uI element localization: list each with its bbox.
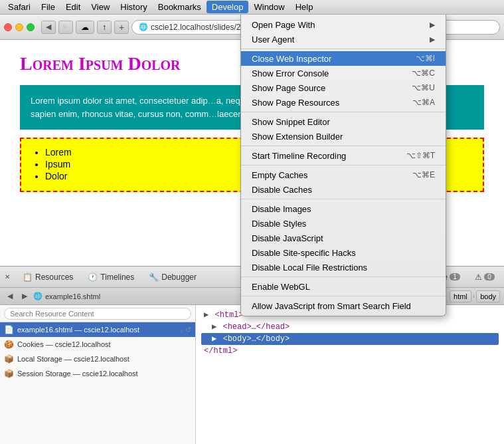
html-tag-2: <body>	[222, 334, 251, 344]
html-closing-tag-2: </body>	[256, 334, 290, 344]
forward-button[interactable]: ▶	[58, 21, 73, 34]
menu-help[interactable]: Help	[290, 1, 319, 13]
share-button[interactable]: ↑	[97, 21, 112, 34]
menu-item-10[interactable]: Disable Caches	[241, 182, 446, 197]
menu-item-3[interactable]: Show Error Console⌥⌘C	[241, 66, 446, 80]
menu-item-15[interactable]: Disable Local File Restrictions	[241, 260, 446, 275]
menu-item-5[interactable]: Show Page Resources⌥⌘A	[241, 95, 446, 110]
menu-item-6[interactable]: Show Snippet Editor	[241, 114, 446, 129]
menu-separator-16	[241, 296, 446, 296]
tab-debugger[interactable]: 🔧 Debugger	[142, 270, 203, 284]
menu-item-label-12: Disable Styles	[252, 219, 435, 229]
menu-item-0[interactable]: Open Page With▶	[241, 17, 446, 32]
minimize-button[interactable]	[15, 23, 23, 31]
breadcrumb: 🌳 html › body	[438, 290, 500, 302]
html-line-2[interactable]: ▶ <body>…</body>	[201, 333, 499, 345]
resource-icon-0: 📄	[4, 325, 14, 334]
tab-debugger-label: Debugger	[161, 273, 197, 282]
menu-item-12[interactable]: Disable Styles	[241, 216, 446, 231]
resource-icon-2: 📦	[4, 354, 14, 364]
menu-item-14[interactable]: Disable Site-specific Hacks	[241, 245, 446, 260]
tab-timelines[interactable]: 🕐 Timelines	[81, 270, 141, 284]
resource-icon-1: 🍪	[4, 340, 14, 349]
menu-window[interactable]: Window	[248, 1, 290, 13]
breadcrumb-body[interactable]: body	[476, 290, 500, 302]
resource-list: 📄 example16.shtml — cscie12.localhost ↓ …	[0, 322, 195, 444]
menu-develop[interactable]: Develop	[207, 1, 249, 13]
menu-item-16[interactable]: Enable WebGL	[241, 279, 446, 294]
menu-arrow-icon-1: ▶	[430, 35, 435, 44]
resources-icon: 📋	[23, 273, 33, 282]
menu-item-1[interactable]: User Agent▶	[241, 32, 446, 47]
devtools-close-button[interactable]: ✕	[3, 273, 12, 282]
menu-edit[interactable]: Edit	[60, 1, 86, 13]
resource-name-1: Cookies — cscie12.localhost	[17, 340, 191, 348]
menu-item-9[interactable]: Empty Caches⌥⌘E	[241, 167, 446, 182]
menu-item-17[interactable]: Allow JavaScript from Smart Search Field	[241, 298, 446, 313]
close-button[interactable]	[4, 23, 12, 31]
timelines-icon: 🕐	[88, 273, 98, 282]
triangle-icon-1[interactable]: ▶	[212, 322, 216, 332]
menu-item-label-8: Start Timeline Recording	[252, 151, 400, 161]
resource-name-0: example16.shtml — cscie12.localhost	[17, 326, 177, 334]
menu-item-label-14: Disable Site-specific Hacks	[252, 248, 435, 258]
tab-resources-label: Resources	[35, 273, 73, 282]
menu-separator-8	[241, 165, 446, 166]
devtools-back-button[interactable]: ◀	[4, 290, 16, 302]
reading-list-button[interactable]: ☁	[76, 21, 94, 34]
resource-actions-0: ↓ ↺	[180, 326, 192, 334]
menu-file[interactable]: File	[36, 1, 60, 13]
console-badge: 1	[450, 273, 460, 280]
resource-item-2[interactable]: 📦 Local Storage — cscie12.localhost	[0, 352, 195, 366]
resource-item-3[interactable]: 📦 Session Storage — cscie12.localhost	[0, 366, 195, 381]
html-tag-1: <head>	[222, 322, 251, 332]
menu-shortcut-3: ⌥⌘C	[412, 68, 435, 78]
menu-item-label-17: Allow JavaScript from Smart Search Field	[252, 301, 435, 311]
back-button[interactable]: ◀	[41, 21, 56, 34]
html-line-1[interactable]: ▶ <head>…</head>	[201, 321, 499, 333]
errors-badge: 0	[484, 273, 495, 280]
menu-item-8[interactable]: Start Timeline Recording⌥⇧⌘T	[241, 148, 446, 163]
menu-item-label-13: Disable JavaScript	[252, 233, 435, 243]
resource-icon-3: 📦	[4, 369, 14, 378]
menu-item-label-7: Show Extension Builder	[252, 132, 435, 142]
search-input[interactable]	[4, 308, 191, 320]
menu-item-label-3: Show Error Console	[252, 68, 405, 78]
menu-item-label-5: Show Page Resources	[252, 98, 406, 108]
download-icon[interactable]: ↓	[180, 326, 184, 334]
triangle-icon-2[interactable]: ▶	[212, 334, 216, 344]
menu-item-13[interactable]: Disable JavaScript	[241, 231, 446, 245]
menu-view[interactable]: View	[86, 1, 115, 13]
new-tab-button[interactable]: +	[114, 21, 129, 34]
menu-item-11[interactable]: Disable Images	[241, 201, 446, 216]
menu-separator-5	[241, 112, 446, 112]
resource-item-1[interactable]: 🍪 Cookies — cscie12.localhost	[0, 337, 195, 352]
menu-safari[interactable]: Safari	[3, 1, 36, 13]
tab-errors[interactable]: ⚠ 0	[468, 270, 501, 284]
menu-item-label-1: User Agent	[252, 35, 430, 45]
url-icon: 🌐	[139, 23, 148, 31]
html-line-3[interactable]: </html>	[201, 345, 499, 357]
menu-arrow-icon-0: ▶	[430, 21, 435, 29]
menu-separator-7	[241, 146, 446, 146]
html-tag-3: </html>	[204, 346, 237, 356]
devtools-globe-icon: 🌐	[33, 292, 42, 300]
menu-bookmarks[interactable]: Bookmarks	[153, 1, 207, 13]
html-ellipsis-2: …	[252, 334, 256, 344]
menu-item-4[interactable]: Show Page Source⌥⌘U	[241, 80, 446, 95]
menubar: Safari File Edit View History Bookmarks …	[0, 0, 504, 15]
resource-item-0[interactable]: 📄 example16.shtml — cscie12.localhost ↓ …	[0, 322, 195, 337]
triangle-icon-0[interactable]: ▶	[204, 310, 209, 320]
breadcrumb-html[interactable]: html	[450, 290, 471, 302]
menu-item-2[interactable]: Close Web Inspector⌥⌘I	[241, 51, 446, 66]
menu-item-7[interactable]: Show Extension Builder	[241, 129, 446, 144]
menu-item-label-2: Close Web Inspector	[252, 54, 409, 64]
maximize-button[interactable]	[27, 23, 35, 31]
devtools-body: 📄 example16.shtml — cscie12.localhost ↓ …	[0, 305, 504, 444]
menu-item-label-16: Enable WebGL	[252, 282, 435, 292]
tab-resources[interactable]: 📋 Resources	[16, 270, 80, 284]
menu-item-label-9: Empty Caches	[252, 170, 406, 180]
devtools-forward-button[interactable]: ▶	[19, 290, 31, 302]
menu-history[interactable]: History	[115, 1, 152, 13]
refresh-icon[interactable]: ↺	[185, 326, 191, 334]
